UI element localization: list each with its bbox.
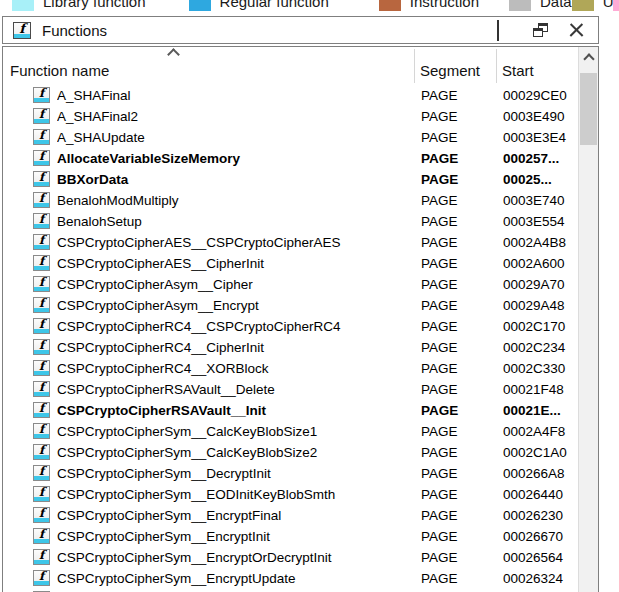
functions-window: f Functions Function name Segment Start: [2, 16, 599, 592]
function-segment: PAGE: [421, 526, 495, 547]
function-segment: PAGE: [421, 568, 495, 589]
function-row[interactable]: f CSPCryptoCipherAsym__Encrypt PAGE 0002…: [3, 295, 578, 316]
function-segment: PAGE: [421, 484, 495, 505]
function-row[interactable]: f CSPCryptoCipherRC4__CSPCryptoCipherRC4…: [3, 316, 578, 337]
function-row[interactable]: f CSPCryptoCipherSym__CalcKeyBlobSize1 P…: [3, 421, 578, 442]
legend-overflow-swatch: [613, 0, 619, 11]
function-name: CSPCryptoCipherSym__CalcKeyBlobSize1: [57, 421, 398, 442]
function-segment: PAGE: [421, 106, 495, 127]
function-row[interactable]: f CSPCryptoCipherSym__EncryptUpdate PAGE…: [3, 568, 578, 589]
function-segment: PAGE: [421, 85, 495, 106]
column-divider[interactable]: [414, 49, 415, 83]
function-row[interactable]: f A_SHAUpdate PAGE 0003E3E4: [3, 127, 578, 148]
function-row[interactable]: f BenalohModMultiply PAGE 0003E740: [3, 190, 578, 211]
column-header-segment[interactable]: Segment: [420, 62, 480, 79]
function-segment: PAGE: [421, 442, 495, 463]
column-divider[interactable]: [496, 49, 497, 83]
function-name: CSPCryptoCipherAES__CSPCryptoCipherAES: [57, 232, 398, 253]
function-list: f A_SHAFinal PAGE 00029CE0 f A_SHAFinal2…: [3, 85, 578, 592]
functions-list-panel: Function name Segment Start f A_SHAFinal…: [2, 46, 599, 592]
function-icon: f: [33, 381, 50, 397]
function-row[interactable]: f CSPCryptoCipherSym__EncryptInit PAGE 0…: [3, 526, 578, 547]
function-start: 0002C234: [503, 337, 577, 358]
function-row[interactable]: f CSPCryptoCipherRSAVault__Delete PAGE 0…: [3, 379, 578, 400]
function-name: CSPCryptoCipherRC4__XORBlock: [57, 358, 398, 379]
function-icon: f: [33, 570, 50, 586]
function-start: 00021E...: [503, 400, 577, 421]
function-name: CSPCryptoCipherSym__EncryptUpdate: [57, 568, 398, 589]
function-name: CSPCryptoCipherAsym__Cipher: [57, 274, 398, 295]
legend-label: Instruction: [410, 0, 479, 10]
column-header-function-name[interactable]: Function name: [10, 62, 109, 79]
function-icon: f: [33, 423, 50, 439]
function-icon: f: [33, 87, 50, 103]
function-start: 0002A4F8: [503, 421, 577, 442]
function-name: A_SHAUpdate: [57, 127, 398, 148]
maximize-button[interactable]: [497, 23, 512, 37]
function-row[interactable]: f CSPCryptoCipherAsym__Cipher PAGE 00029…: [3, 274, 578, 295]
function-name: CSPCryptoCipherRC4__CipherInit: [57, 337, 398, 358]
function-name: CSPCryptoCipherSym__EncryptOrDecryptInit: [57, 547, 398, 568]
functions-window-icon: f: [13, 22, 31, 39]
function-segment: PAGE: [421, 295, 495, 316]
functions-window-titlebar[interactable]: f Functions: [2, 16, 599, 44]
function-row[interactable]: f BenalohSetup PAGE 0003E554: [3, 211, 578, 232]
function-row[interactable]: f CSPCryptoCipherRSAVault__Init PAGE 000…: [3, 400, 578, 421]
function-start: 00026564: [503, 547, 577, 568]
list-header: Function name Segment Start: [3, 47, 598, 85]
function-icon: f: [33, 171, 50, 187]
function-row[interactable]: f BBXorData PAGE 00025...: [3, 169, 578, 190]
function-name: CSPCryptoCipherSym__DecryptInit: [57, 463, 398, 484]
function-name: CSPCryptoCipherRSAVault__Delete: [57, 379, 398, 400]
function-row[interactable]: f CSPCryptoCipherAES__CipherInit PAGE 00…: [3, 253, 578, 274]
function-name: CSPCryptoCipherRC4__CSPCryptoCipherRC4: [57, 316, 398, 337]
window-controls: [497, 23, 588, 37]
function-segment: PAGE: [421, 127, 495, 148]
scroll-up-button[interactable]: [579, 47, 598, 66]
function-start: 0003E490: [503, 106, 577, 127]
function-row[interactable]: f CSPCryptoCipherSym__EncryptOrDecryptIn…: [3, 547, 578, 568]
function-segment: PAGE: [421, 505, 495, 526]
function-row[interactable]: f CSPCryptoCipherSym__DecryptInit PAGE 0…: [3, 463, 578, 484]
function-icon: f: [33, 234, 50, 250]
function-segment: PAGE: [421, 211, 495, 232]
function-start: 00021F48: [503, 379, 577, 400]
function-start: 0002A600: [503, 253, 577, 274]
function-start: 00029CE0: [503, 85, 577, 106]
restore-button[interactable]: [533, 23, 548, 37]
function-row[interactable]: f CSPCryptoCipherAES__CSPCryptoCipherAES…: [3, 232, 578, 253]
function-icon: f: [33, 129, 50, 145]
scrollbar-thumb[interactable]: [580, 73, 597, 145]
function-start: 0003E3E4: [503, 127, 577, 148]
function-row[interactable]: f CSPCryptoCipherSym__EncryptFinal PAGE …: [3, 505, 578, 526]
function-name: BBXorData: [57, 169, 398, 190]
chevron-up-icon: [583, 53, 594, 64]
function-row[interactable]: f A_SHAFinal2 PAGE 0003E490: [3, 106, 578, 127]
function-name: CSPCryptoCipherAsym__Encrypt: [57, 295, 398, 316]
function-segment: PAGE: [421, 400, 495, 421]
function-segment: PAGE: [421, 337, 495, 358]
legend-color-swatch: [12, 0, 34, 11]
function-row[interactable]: f AllocateVariableSizeMemory PAGE 000257…: [3, 148, 578, 169]
function-icon: f: [33, 444, 50, 460]
legend-color-swatch: [189, 0, 211, 11]
column-header-start[interactable]: Start: [502, 62, 534, 79]
legend-color-swatch: [572, 0, 594, 11]
function-icon: f: [33, 276, 50, 292]
function-row[interactable]: f CSPCryptoCipherSym__CalcKeyBlobSize2 P…: [3, 442, 578, 463]
close-button[interactable]: [569, 23, 584, 37]
function-row[interactable]: f A_SHAFinal PAGE 00029CE0: [3, 85, 578, 106]
function-row[interactable]: f CSPCryptoCipherRC4__CipherInit PAGE 00…: [3, 337, 578, 358]
function-row[interactable]: f CSPCryptoCipherSym__EODInitKeyBlobSmth…: [3, 484, 578, 505]
function-start: 00029A48: [503, 295, 577, 316]
vertical-scrollbar[interactable]: [578, 47, 598, 592]
function-row[interactable]: f CSPCryptoCipherRC4__XORBlock PAGE 0002…: [3, 358, 578, 379]
function-icon: f: [33, 360, 50, 376]
function-start: 000266A8: [503, 463, 577, 484]
function-name: CSPCryptoCipherRSAVault__Init: [57, 400, 398, 421]
function-start: 0002A4B8: [503, 232, 577, 253]
function-name: A_SHAFinal: [57, 85, 398, 106]
function-name: CSPCryptoCipherSym__EODInitKeyBlobSmth: [57, 484, 398, 505]
function-icon: f: [33, 108, 50, 124]
legend-label: Regular function: [220, 0, 329, 10]
